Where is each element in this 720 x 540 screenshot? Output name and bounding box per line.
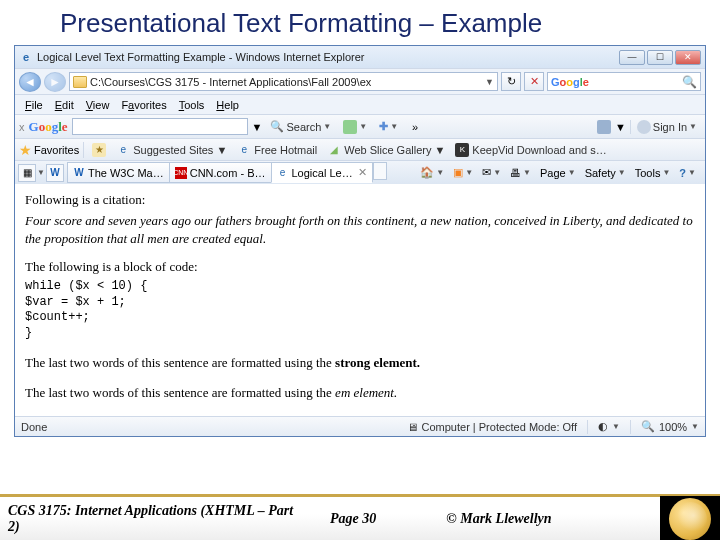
favorites-label[interactable]: Favorites <box>34 144 79 156</box>
ie-window: e Logical Level Text Formatting Example … <box>14 45 706 437</box>
tab-label: CNN.com - B… <box>190 167 266 179</box>
safety-label: Safety <box>585 167 616 179</box>
favorites-bar: ★ Favorites ★ eSuggested Sites▼ eFree Ho… <box>15 138 705 160</box>
ie-small-icon: e <box>116 143 130 157</box>
search-plus-icon: 🔍 <box>270 120 284 133</box>
toolbar-share-button[interactable]: ▼ <box>339 120 371 134</box>
google-search-dropdown-icon[interactable]: ▼ <box>252 121 263 133</box>
toolbar-search-label: Search <box>286 121 321 133</box>
back-button[interactable]: ◄ <box>19 72 41 92</box>
feeds-button[interactable]: ▣▼ <box>450 166 476 179</box>
wrench-icon[interactable] <box>597 120 611 134</box>
favbar-keepvid[interactable]: KKeepVid Download and s… <box>451 143 610 157</box>
code-block: while ($x < 10) { $var = $x + 1; $count+… <box>25 279 695 341</box>
menu-edit[interactable]: Edit <box>49 99 80 111</box>
menu-bar: File Edit View Favorites Tools Help <box>15 94 705 114</box>
status-mode-icon[interactable]: ◐ <box>598 420 608 433</box>
keepvid-label: KeepVid Download and s… <box>472 144 606 156</box>
favbar-suggested[interactable]: eSuggested Sites▼ <box>112 143 231 157</box>
hotmail-label: Free Hotmail <box>254 144 317 156</box>
tab-row: ▦▼ W WThe W3C Ma… CNNCNN.com - B… eLogic… <box>15 160 705 184</box>
address-bar: ◄ ► C:\Courses\CGS 3175 - Internet Appli… <box>15 68 705 94</box>
zoom-level: 100% <box>659 421 687 433</box>
help-button[interactable]: ?▼ <box>676 167 699 179</box>
quicklaunch-1[interactable]: ▦ <box>18 164 36 182</box>
pegasus-icon <box>669 498 711 540</box>
maximize-button[interactable]: ☐ <box>647 50 673 65</box>
ie-icon: e <box>19 50 33 64</box>
search-icon[interactable]: 🔍 <box>682 75 697 89</box>
favbar-hotmail[interactable]: eFree Hotmail <box>233 143 321 157</box>
tab-label: The W3C Ma… <box>88 167 164 179</box>
computer-icon: 🖥 <box>407 421 418 433</box>
webslice-icon: ◢ <box>327 143 341 157</box>
page-menu[interactable]: Page▼ <box>537 167 579 179</box>
favorites-star-icon[interactable]: ★ <box>19 142 32 158</box>
favbar-add[interactable]: ★ <box>88 143 110 157</box>
favbar-webslice[interactable]: ◢Web Slice Gallery▼ <box>323 143 449 157</box>
minimize-button[interactable]: — <box>619 50 645 65</box>
signin-label: Sign In <box>653 121 687 133</box>
zoom-dropdown-icon[interactable]: ▼ <box>691 422 699 431</box>
tools-label: Tools <box>635 167 661 179</box>
webslice-label: Web Slice Gallery <box>344 144 431 156</box>
status-done: Done <box>21 421 47 433</box>
citation-intro: Following is a citation: <box>25 192 695 208</box>
status-bar: Done 🖥 Computer | Protected Mode: Off ◐▼… <box>15 416 705 436</box>
menu-help[interactable]: Help <box>210 99 245 111</box>
ie-small-icon: e <box>237 143 251 157</box>
menu-favorites[interactable]: Favorites <box>115 99 172 111</box>
tab-label: Logical Le… <box>292 167 353 179</box>
window-titlebar: e Logical Level Text Formatting Example … <box>15 46 705 68</box>
safety-menu[interactable]: Safety▼ <box>582 167 629 179</box>
toolbar-more-button[interactable]: ✚▼ <box>375 120 402 133</box>
tools-menu[interactable]: Tools▼ <box>632 167 674 179</box>
toolbar-signin[interactable]: Sign In ▼ <box>630 120 701 134</box>
mail-icon: ✉ <box>482 166 491 179</box>
google-toolbar-search[interactable] <box>72 118 248 135</box>
menu-tools[interactable]: Tools <box>173 99 211 111</box>
window-title: Logical Level Text Formatting Example - … <box>37 51 365 63</box>
strong-element: strong element. <box>335 355 420 370</box>
google-logo-icon: Google <box>551 76 589 88</box>
tab-w3c[interactable]: WThe W3C Ma… <box>67 162 170 183</box>
citation-text: Four score and seven years ago our fathe… <box>25 212 695 247</box>
address-dropdown-icon[interactable]: ▼ <box>485 77 494 87</box>
ucf-logo <box>660 496 720 541</box>
em-example-prefix: The last two words of this sentence are … <box>25 385 335 400</box>
tab-logical[interactable]: eLogical Le…✕ <box>271 162 373 183</box>
toolbar-close-icon[interactable]: x <box>19 121 25 133</box>
zoom-icon[interactable]: 🔍 <box>641 420 655 433</box>
home-icon: 🏠 <box>420 166 434 179</box>
mail-button[interactable]: ✉▼ <box>479 166 504 179</box>
stop-button[interactable]: ✕ <box>524 72 544 91</box>
add-fav-icon: ★ <box>92 143 106 157</box>
new-tab-button[interactable] <box>373 162 387 180</box>
toolbar-overflow[interactable]: » <box>406 121 424 133</box>
ie-favicon: e <box>277 167 289 179</box>
code-intro: The following is a block of code: <box>25 259 695 275</box>
slide-title: Presentational Text Formatting – Example <box>0 0 720 45</box>
tab-cnn[interactable]: CNNCNN.com - B… <box>169 162 272 183</box>
suggested-label: Suggested Sites <box>133 144 213 156</box>
close-button[interactable]: ✕ <box>675 50 701 65</box>
google-toolbar: x Google ▼ 🔍 Search ▼ ▼ ✚▼ » ▼ Sign In ▼ <box>15 114 705 138</box>
keepvid-icon: K <box>455 143 469 157</box>
rss-icon: ▣ <box>453 166 463 179</box>
address-field[interactable]: C:\Courses\CGS 3175 - Internet Applicati… <box>69 72 498 91</box>
toolbar-search-button[interactable]: 🔍 Search ▼ <box>266 120 335 133</box>
forward-button[interactable]: ► <box>44 72 66 92</box>
google-toolbar-logo: Google <box>29 119 68 135</box>
tab-close-icon[interactable]: ✕ <box>358 166 367 179</box>
refresh-button[interactable]: ↻ <box>501 72 521 91</box>
quicklaunch-2[interactable]: W <box>46 164 64 182</box>
page-label: Page <box>540 167 566 179</box>
footer-course: CGS 3175: Internet Applications (XHTML –… <box>0 503 300 535</box>
home-button[interactable]: 🏠▼ <box>417 166 447 179</box>
menu-view[interactable]: View <box>80 99 116 111</box>
print-button[interactable]: 🖶▼ <box>507 167 534 179</box>
menu-file[interactable]: File <box>19 99 49 111</box>
w3c-favicon: W <box>73 167 85 179</box>
print-icon: 🖶 <box>510 167 521 179</box>
browser-search-field[interactable]: Google 🔍 <box>547 72 701 91</box>
